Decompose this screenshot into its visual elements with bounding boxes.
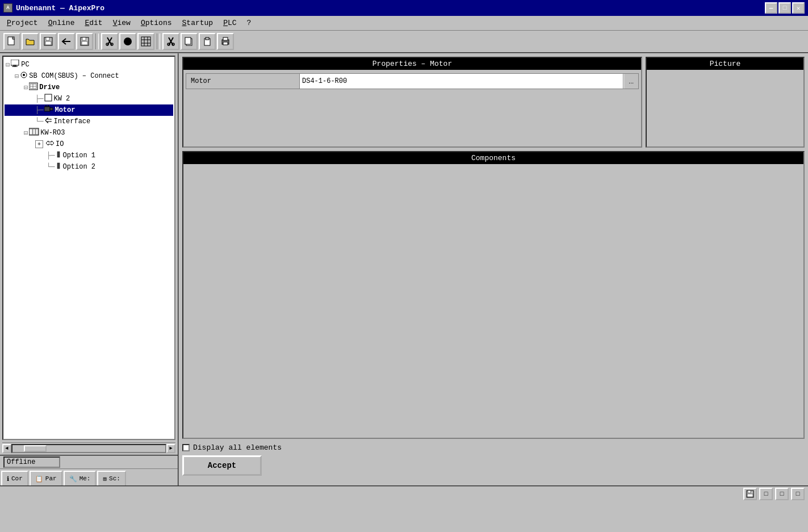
paste-button[interactable] — [199, 33, 216, 50]
properties-title: Properties – Motor — [372, 60, 452, 68]
prop-value-area-motor: ... — [300, 74, 638, 89]
tree-label-option1: Option 1 — [62, 152, 95, 160]
picture-title: Picture — [710, 60, 741, 68]
tree-item-interface[interactable]: └─ Interface — [5, 116, 173, 127]
menu-help[interactable]: ? — [242, 18, 256, 28]
right-panel: Properties – Motor Motor ... — [179, 53, 808, 485]
svg-point-12 — [124, 37, 132, 45]
save2-button[interactable] — [76, 33, 93, 50]
tree-item-motor[interactable]: ├─ Motor — [5, 104, 173, 116]
scroll-left-arrow[interactable]: ◄ — [2, 444, 11, 453]
bottom-btn-2[interactable]: □ — [775, 488, 789, 500]
close-button[interactable]: ✕ — [792, 2, 805, 14]
option2-icon — [56, 162, 61, 172]
prop-row-motor: Motor ... — [186, 73, 639, 89]
kw-ro3-icon — [29, 128, 39, 138]
toolbar-separator-1 — [95, 33, 99, 49]
circle-button[interactable] — [119, 33, 136, 50]
tree-scrollbar-thumb[interactable] — [24, 445, 47, 452]
menu-startup[interactable]: Startup — [178, 18, 218, 28]
svg-rect-45 — [33, 129, 35, 135]
option1-icon — [56, 150, 61, 161]
tree-label-motor: Motor — [55, 106, 75, 114]
tab-par[interactable]: 📋 Par — [30, 471, 62, 485]
io-expander[interactable]: + — [35, 140, 43, 148]
title-bar-buttons: — □ ✕ — [765, 2, 805, 14]
svg-rect-2 — [46, 37, 49, 40]
tree-item-io[interactable]: + IO — [5, 139, 173, 150]
svg-rect-28 — [223, 42, 228, 45]
tab-cor[interactable]: ℹ Cor — [1, 471, 28, 485]
tree-item-drive[interactable]: ⊟ Drive — [5, 82, 173, 93]
svg-rect-47 — [57, 152, 60, 157]
maximize-button[interactable]: □ — [778, 2, 791, 14]
tree-scrollbar-track[interactable] — [11, 444, 166, 453]
tree-item-option1[interactable]: ├─ Option 1 — [5, 150, 173, 161]
bottom-btn-1[interactable]: □ — [759, 488, 773, 500]
new-button[interactable] — [3, 33, 20, 50]
components-panel: Components — [182, 151, 805, 439]
par-tab-icon: 📋 — [35, 475, 43, 483]
menu-online[interactable]: Online — [44, 18, 79, 28]
cor-tab-icon: ℹ — [7, 475, 9, 483]
cut-button[interactable] — [101, 33, 118, 50]
minimize-button[interactable]: — — [765, 2, 777, 14]
back-button[interactable] — [58, 33, 75, 50]
bottom-save-button[interactable] — [743, 488, 757, 500]
tree-item-kw2[interactable]: ├─ KW 2 — [5, 93, 173, 104]
copy-button[interactable] — [181, 33, 198, 50]
grid-button[interactable] — [137, 33, 154, 50]
picture-content — [647, 70, 803, 146]
svg-rect-27 — [223, 37, 228, 40]
svg-rect-38 — [45, 94, 52, 101]
interface-icon — [44, 116, 52, 127]
par-tab-label: Par — [45, 475, 57, 482]
status-bar: Offline — [0, 455, 178, 468]
motor-icon — [44, 105, 53, 115]
display-all-checkbox[interactable] — [182, 444, 190, 451]
open-button[interactable] — [22, 33, 39, 50]
motor-label-text: Motor — [191, 77, 211, 85]
menu-plc[interactable]: PLC — [219, 18, 241, 28]
svg-rect-23 — [185, 37, 191, 44]
svg-rect-7 — [82, 41, 87, 45]
svg-rect-29 — [11, 60, 19, 65]
menu-options[interactable]: Options — [136, 18, 177, 28]
svg-rect-3 — [45, 41, 51, 45]
tree-item-pc[interactable]: ⊟ PC — [5, 59, 173, 70]
tree-item-option2[interactable]: └─ Option 2 — [5, 161, 173, 173]
cut2-button[interactable] — [162, 33, 179, 50]
main-area: ⊟ PC ⊟ SB COM(SBUS) – Connect ⊟ — [0, 53, 808, 485]
action-area: Display all elements Accept — [182, 442, 805, 482]
tab-sc[interactable]: ⊞ Sc: — [97, 471, 125, 485]
menu-project[interactable]: Project — [2, 18, 43, 28]
svg-rect-25 — [206, 37, 209, 40]
accept-button[interactable]: Accept — [182, 455, 262, 476]
window-bottom-bar: □ □ □ — [0, 485, 808, 501]
tree-item-sb-com[interactable]: ⊟ SB COM(SBUS) – Connect — [5, 70, 173, 82]
sc-tab-label: Sc: — [109, 475, 120, 482]
svg-rect-6 — [82, 37, 86, 40]
svg-rect-46 — [36, 129, 38, 135]
motor-value-input[interactable] — [300, 74, 623, 89]
tree-connector: ├─ — [35, 106, 43, 114]
print-button[interactable] — [217, 33, 234, 50]
menu-view[interactable]: View — [108, 18, 135, 28]
properties-header: Properties – Motor — [183, 58, 641, 70]
tab-me[interactable]: 🔧 Me: — [64, 471, 97, 485]
tree-area[interactable]: ⊟ PC ⊟ SB COM(SBUS) – Connect ⊟ — [2, 56, 175, 440]
app-icon: A — [3, 3, 12, 12]
sc-tab-icon: ⊞ — [103, 475, 107, 483]
tree-connector: └─ — [35, 118, 43, 125]
bottom-btn-3[interactable]: □ — [791, 488, 805, 500]
menu-edit[interactable]: Edit — [80, 18, 107, 28]
tree-label-sb-com: SB COM(SBUS) – Connect — [29, 72, 119, 80]
components-content — [183, 164, 803, 438]
save-button[interactable] — [40, 33, 57, 50]
motor-browse-button[interactable]: ... — [623, 74, 638, 89]
scroll-right-arrow[interactable]: ► — [166, 444, 175, 453]
svg-rect-48 — [57, 163, 60, 169]
tree-item-kw-ro3[interactable]: ⊟ KW-RO3 — [5, 127, 173, 139]
tree-label-io: IO — [56, 140, 64, 148]
checkbox-row: Display all elements — [182, 442, 805, 453]
